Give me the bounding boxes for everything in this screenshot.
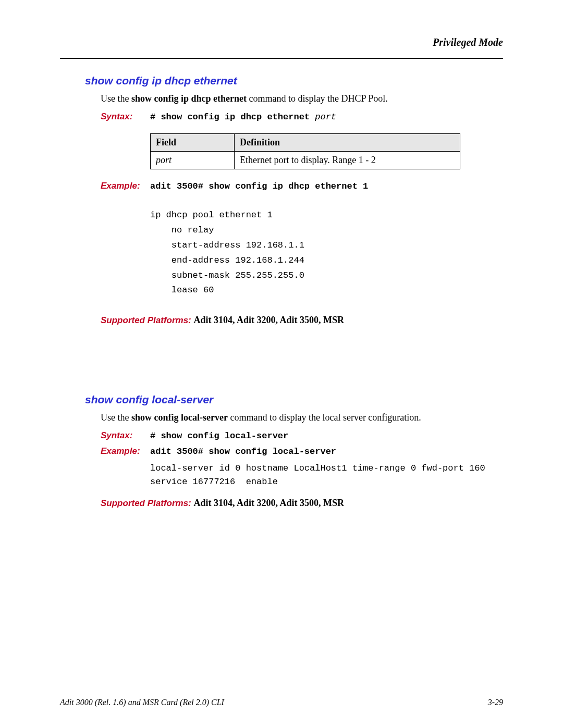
section1-intro: Use the show config ip dhcp ethernet com… <box>101 93 503 104</box>
syntax-cmd: # show config ip dhcp ethernet port <box>150 112 336 122</box>
example-cmd: adit 3500# show config local-server <box>150 447 336 456</box>
footer-left: Adit 3000 (Rel. 1.6) and MSR Card (Rel 2… <box>60 698 224 707</box>
example-cmd: adit 3500# show config ip dhcp ethernet … <box>150 181 368 191</box>
syntax-param: port <box>315 112 336 122</box>
footer: Adit 3000 (Rel. 1.6) and MSR Card (Rel 2… <box>60 698 503 707</box>
table-header-row: Field Definition <box>151 134 460 152</box>
syntax-label: Syntax: <box>101 112 150 122</box>
syntax-cmd: # show config local-server <box>150 431 288 441</box>
example-label: Example: <box>101 181 150 191</box>
td-field: port <box>151 152 235 169</box>
section2-platforms: Supported Platforms: Adit 3104, Adit 320… <box>101 498 503 509</box>
platforms-label: Supported Platforms: <box>101 315 194 325</box>
td-definition: Ethernet port to display. Range 1 - 2 <box>235 152 460 169</box>
table-row: port Ethernet port to display. Range 1 -… <box>151 152 460 169</box>
section1-example-row: Example: adit 3500# show config ip dhcp … <box>101 181 503 191</box>
section1-title: show config ip dhcp ethernet <box>85 75 503 87</box>
header-rule <box>60 58 503 59</box>
th-field: Field <box>151 134 235 152</box>
intro-pre: Use the <box>101 412 131 423</box>
section-gap <box>60 326 503 393</box>
syntax-cmd-text: # show config ip dhcp ethernet <box>150 112 315 122</box>
intro-pre: Use the <box>101 93 131 104</box>
footer-right: 3-29 <box>488 698 503 707</box>
section2-title: show config local-server <box>85 393 503 406</box>
intro-bold: show config local-server <box>131 412 228 423</box>
section2-body: Use the show config local-server command… <box>101 412 503 509</box>
section2-syntax-row: Syntax: # show config local-server <box>101 430 503 441</box>
section1-syntax-row: Syntax: # show config ip dhcp ethernet p… <box>101 112 503 122</box>
header-mode: Privileged Mode <box>60 36 503 48</box>
section2-intro: Use the show config local-server command… <box>101 412 503 423</box>
platforms-label: Supported Platforms: <box>101 498 194 508</box>
section2-example-row: Example: adit 3500# show config local-se… <box>101 446 503 456</box>
intro-bold: show config ip dhcp ethernet <box>131 93 247 104</box>
section1-body: Use the show config ip dhcp ethernet com… <box>101 93 503 326</box>
example-label: Example: <box>101 446 150 456</box>
platforms-value: Adit 3104, Adit 3200, Adit 3500, MSR <box>194 315 345 325</box>
intro-post: command to display the DHCP Pool. <box>247 93 388 104</box>
section1-output: ip dhcp pool ethernet 1 no relay start-a… <box>150 208 503 298</box>
syntax-label: Syntax: <box>101 430 150 441</box>
platforms-value: Adit 3104, Adit 3200, Adit 3500, MSR <box>194 498 345 508</box>
section2-output: local-server id 0 hostname LocalHost1 ti… <box>150 462 503 488</box>
intro-post: command to display the local server conf… <box>228 412 421 423</box>
th-definition: Definition <box>235 134 460 152</box>
field-table: Field Definition port Ethernet port to d… <box>150 133 460 169</box>
section1-platforms: Supported Platforms: Adit 3104, Adit 320… <box>101 315 503 326</box>
page: Privileged Mode show config ip dhcp ethe… <box>0 0 563 728</box>
